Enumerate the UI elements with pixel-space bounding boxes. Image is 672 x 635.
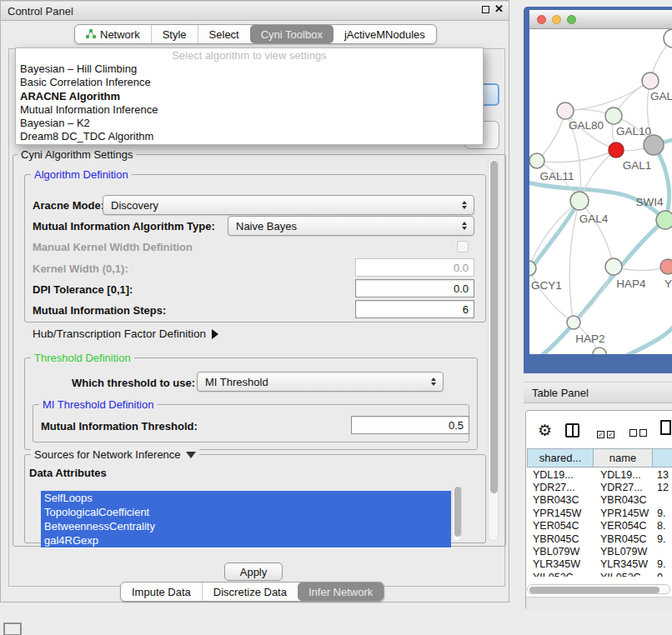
apply-button[interactable]: Apply: [224, 562, 283, 581]
cell: 13: [653, 469, 672, 481]
close-window-icon[interactable]: [537, 15, 546, 24]
screen: Control Panel ✕ NetworkStyleSelectCyni T…: [0, 0, 672, 635]
data-attribute-item-betweennesscentrality[interactable]: BetweennessCentrality: [41, 519, 451, 533]
minimized-widget[interactable]: [3, 622, 22, 635]
cell: YBL079W: [526, 546, 594, 558]
table-row[interactable]: YDL19...YDL19...13: [526, 468, 672, 481]
table-row[interactable]: YDR27...YDR27...12: [526, 481, 672, 493]
float-panel-icon[interactable]: [482, 6, 489, 13]
mi-type-combo[interactable]: Naive Bayes: [228, 216, 474, 236]
table-hscrollbar-thumb[interactable]: [529, 587, 659, 593]
settings-scrollbar[interactable]: [488, 158, 499, 541]
table-row[interactable]: YIL052CYIL052C9.: [526, 571, 672, 577]
dropdown-item-bayesian-k2[interactable]: Bayesian – K2: [16, 117, 483, 130]
tab-select[interactable]: Select: [198, 25, 250, 43]
table-row[interactable]: YBR045CYBR045C9.: [526, 532, 672, 545]
network-node[interactable]: [605, 258, 622, 275]
table-row[interactable]: YBR043CYBR043C: [526, 494, 672, 507]
cell: 8.: [653, 520, 672, 532]
mi-threshold-label: Mutual Information Threshold:: [41, 420, 198, 432]
control-panel-title: Control Panel: [1, 5, 73, 18]
mi-threshold-field[interactable]: 0.5: [351, 416, 469, 434]
dropdown-item-bayesian-hill-climbing[interactable]: Bayesian – Hill Climbing: [16, 62, 483, 76]
network-node[interactable]: [529, 153, 544, 168]
network-node[interactable]: [593, 348, 606, 354]
network-edge[interactable]: [579, 201, 614, 267]
network-edge-thick[interactable]: [621, 327, 672, 354]
cell: YBR043C: [526, 494, 594, 506]
algorithm-dropdown-list: Select algorithm to view settings Bayesi…: [15, 48, 484, 145]
network-window-titlebar[interactable]: [529, 10, 672, 29]
tab-style[interactable]: Style: [151, 25, 198, 43]
zoom-window-icon[interactable]: [567, 15, 576, 24]
network-canvas[interactable]: GALGAL80GAL10GAL1GAL11SWI4GAL4GCY1HAP4YH…: [529, 29, 672, 354]
tab-cyni-toolbox[interactable]: Cyni Toolbox: [250, 25, 333, 43]
tab-jactivemnodules[interactable]: jActiveMNodules: [333, 25, 436, 43]
network-node[interactable]: [656, 211, 672, 229]
network-node[interactable]: [605, 108, 622, 124]
data-attributes-scrollbar[interactable]: [452, 484, 462, 542]
data-attributes-scrollbar-thumb[interactable]: [454, 487, 461, 537]
column-header-partial[interactable]: [652, 448, 672, 468]
data-attribute-item-topologicalcoefficient[interactable]: TopologicalCoefficient: [41, 505, 451, 519]
which-threshold-combo[interactable]: MI Threshold: [197, 372, 444, 392]
dpi-tolerance-field[interactable]: 0.0: [355, 279, 474, 298]
manual-kernel-checkbox[interactable]: [457, 241, 469, 252]
table-row[interactable]: YER054CYER054C8.: [526, 520, 672, 532]
columns-icon[interactable]: [565, 423, 579, 438]
apply-button-label: Apply: [240, 566, 268, 578]
dropdown-item-mutual-information-inference[interactable]: Mutual Information Inference: [16, 103, 483, 117]
cell: YBR045C: [526, 533, 594, 545]
dropdown-item-dream8-dc-tdc-algorithm[interactable]: Dream8 DC_TDC Algorithm: [16, 130, 483, 143]
close-panel-icon[interactable]: ✕: [494, 2, 504, 15]
network-node[interactable]: [609, 142, 624, 158]
table-panel-titlebar: Table Panel: [524, 382, 672, 403]
page-icon[interactable]: [660, 420, 671, 435]
dropdown-item-basic-correlation-inference[interactable]: Basic Correlation Inference: [16, 76, 483, 89]
cell: YBL079W: [594, 546, 653, 558]
kernel-width-field[interactable]: 0.0: [355, 258, 474, 277]
minimize-window-icon[interactable]: [552, 15, 561, 24]
data-attribute-item-gal4rgexp[interactable]: gal4RGexp: [41, 533, 451, 548]
table-row[interactable]: YLR345WYLR345W9.: [526, 558, 672, 571]
network-edge-thick[interactable]: [654, 145, 669, 220]
cell: YDL19...: [526, 469, 594, 481]
table-row[interactable]: YPR145WYPR145W9.: [526, 507, 672, 519]
table-hscrollbar[interactable]: [527, 584, 670, 594]
cell: 9.: [653, 572, 672, 577]
network-node[interactable]: [660, 259, 672, 274]
data-attribute-item-selfloops[interactable]: SelfLoops: [41, 491, 451, 505]
dropdown-item-aracne-algorithm[interactable]: ARACNE Algorithm: [16, 90, 483, 103]
column-header-shared[interactable]: shared...: [527, 448, 594, 468]
deselect-checkboxes-icon[interactable]: [629, 427, 647, 439]
network-node[interactable]: [642, 72, 659, 89]
network-edge[interactable]: [565, 81, 650, 111]
tab-network[interactable]: Network: [75, 25, 151, 43]
data-attributes-list[interactable]: SelfLoopsTopologicalCoefficientBetweenne…: [41, 491, 451, 548]
settings-scrollbar-thumb[interactable]: [490, 161, 498, 493]
aracne-mode-combo[interactable]: Discovery: [103, 195, 474, 215]
network-edge[interactable]: [569, 201, 579, 322]
network-node-label: GAL10: [616, 125, 651, 138]
gear-icon[interactable]: ⚙: [538, 421, 552, 440]
network-node[interactable]: [644, 135, 664, 155]
table-row[interactable]: YBL079WYBL079W: [526, 545, 672, 558]
network-node[interactable]: [557, 102, 574, 119]
network-node[interactable]: [664, 29, 672, 48]
column-header-name[interactable]: name: [593, 448, 653, 468]
cell: YBR043C: [594, 494, 653, 506]
network-node-label: GAL1: [623, 159, 652, 172]
network-node[interactable]: [570, 192, 589, 210]
sources-toggle[interactable]: Sources for Network Inference: [31, 448, 199, 461]
which-threshold-label: Which threshold to use:: [72, 377, 195, 389]
tab-infer-network[interactable]: Infer Network: [298, 582, 384, 601]
hub-definition-toggle[interactable]: Hub/Transcription Factor Definition: [33, 328, 218, 340]
mi-steps-label: Mutual Information Steps:: [33, 304, 166, 317]
network-edge[interactable]: [529, 268, 574, 322]
network-node[interactable]: [567, 316, 580, 329]
cell: YER054C: [526, 520, 594, 532]
tab-discretize-data[interactable]: Discretize Data: [202, 582, 298, 601]
mi-steps-field[interactable]: 6: [355, 300, 474, 318]
select-checkboxes-icon[interactable]: ✓✓: [597, 427, 614, 439]
tab-impute-data[interactable]: Impute Data: [121, 582, 202, 601]
